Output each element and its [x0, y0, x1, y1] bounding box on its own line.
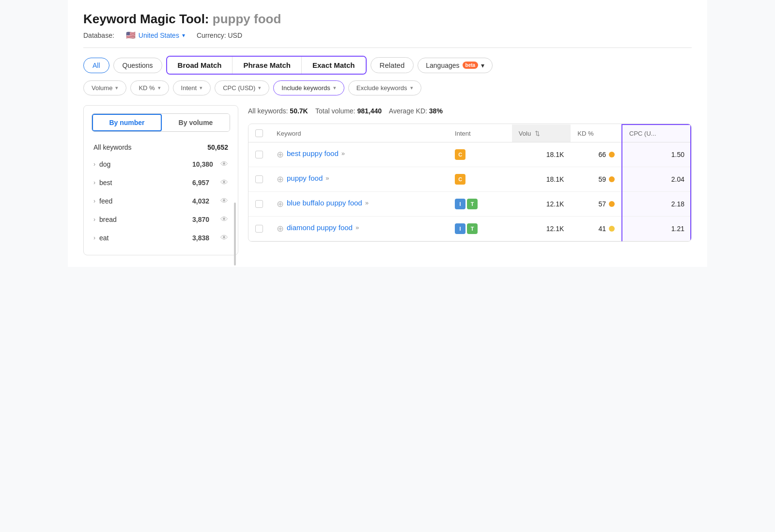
sidebar-item-dog[interactable]: › dog 10,380 👁 [84, 155, 238, 173]
sidebar-items-list: › dog 10,380 👁 › best 6,957 👁 › feed 4,0… [84, 155, 238, 247]
include-keywords-filter[interactable]: Include keywords ▾ [273, 80, 344, 95]
cpc-cell: 2.04 [622, 167, 691, 192]
chevron-down-icon: ▾ [182, 32, 185, 39]
col-kd-label: KD % [577, 130, 593, 137]
kd-cell: 41 [571, 217, 622, 241]
scrollbar[interactable] [234, 203, 236, 266]
sidebar-count-best: 6,957 [192, 179, 217, 187]
col-checkbox-header [248, 125, 270, 142]
keyword-link[interactable]: best puppy food [287, 149, 339, 157]
col-keyword-header: Keyword [270, 125, 448, 142]
languages-label: Languages [426, 62, 459, 69]
tab-broad-match[interactable]: Broad Match [167, 57, 233, 74]
main-content: By number By volume All keywords 50,652 … [83, 105, 692, 255]
kd-value: 66 [598, 151, 606, 158]
filters-row: Volume ▾ KD % ▾ Intent ▾ CPC (USD) ▾ Inc… [83, 80, 692, 95]
table-row: ⊕ puppy food » C18.1K 59 2.04 [248, 167, 691, 192]
intent-badge-t: T [467, 199, 478, 209]
exclude-keywords-filter[interactable]: Exclude keywords ▾ [348, 80, 421, 95]
col-volume-header[interactable]: Volu ⇅ [512, 125, 571, 142]
tab-questions[interactable]: Questions [113, 58, 162, 73]
tab-all[interactable]: All [83, 58, 109, 73]
cpc-cell: 1.21 [622, 217, 691, 241]
sidebar-item-eat[interactable]: › eat 3,838 👁 [84, 229, 238, 247]
toggle-by-volume[interactable]: By volume [162, 114, 230, 131]
intent-cell: C [448, 142, 512, 167]
col-cpc-header: CPC (U... [622, 125, 691, 142]
row-checkbox[interactable] [255, 151, 263, 158]
volume-cell: 12.1K [512, 217, 571, 241]
table-row: ⊕ diamond puppy food » IT12.1K 41 1.21 [248, 217, 691, 241]
keyword-link[interactable]: blue buffalo puppy food [287, 199, 362, 207]
cpc-cell: 2.18 [622, 192, 691, 217]
select-all-checkbox[interactable] [255, 129, 263, 137]
row-checkbox-cell [248, 192, 270, 217]
keyword-table-wrapper: Keyword Intent Volu ⇅ KD % [248, 124, 692, 242]
eye-icon[interactable]: 👁 [220, 215, 228, 224]
sidebar-keyword-dog: dog [99, 160, 188, 168]
row-checkbox[interactable] [255, 200, 263, 208]
add-keyword-icon[interactable]: ⊕ [277, 149, 284, 160]
chevron-right-icon: › [93, 198, 95, 204]
col-intent-header: Intent [448, 125, 512, 142]
eye-icon[interactable]: 👁 [220, 197, 228, 205]
col-intent-label: Intent [455, 130, 471, 137]
page-title: Keyword Magic Tool: puppy food [83, 12, 692, 27]
sidebar-item-best[interactable]: › best 6,957 👁 [84, 173, 238, 192]
all-keywords-sidebar-count: 50,652 [207, 143, 228, 151]
row-checkbox[interactable] [255, 225, 263, 233]
cpc-cell: 1.50 [622, 142, 691, 167]
intent-badge-c: C [455, 149, 465, 160]
row-checkbox-cell [248, 217, 270, 241]
row-checkbox-cell [248, 142, 270, 167]
col-keyword-label: Keyword [277, 130, 301, 137]
kd-dot-icon [609, 226, 615, 232]
sidebar-keyword-feed: feed [99, 197, 188, 205]
keyword-cell: ⊕ best puppy food » [270, 142, 448, 167]
chevron-right-icon: › [93, 161, 95, 168]
sidebar-keyword-eat: eat [99, 234, 188, 242]
tab-phrase-match[interactable]: Phrase Match [232, 57, 302, 74]
intent-badge-c: C [455, 174, 465, 185]
keyword-cell: ⊕ blue buffalo puppy food » [270, 192, 448, 217]
add-keyword-icon[interactable]: ⊕ [277, 174, 284, 185]
sidebar-item-feed[interactable]: › feed 4,032 👁 [84, 192, 238, 210]
cpc-filter[interactable]: CPC (USD) ▾ [215, 80, 269, 95]
eye-icon[interactable]: 👁 [220, 160, 228, 169]
row-checkbox[interactable] [255, 175, 263, 183]
kd-value: 59 [598, 175, 606, 183]
tab-group-match: Broad Match Phrase Match Exact Match [166, 56, 367, 75]
tab-exact-match[interactable]: Exact Match [302, 57, 366, 74]
chevron-down-icon: ▾ [258, 85, 261, 91]
row-checkbox-cell [248, 167, 270, 192]
volume-filter[interactable]: Volume ▾ [83, 80, 126, 95]
tab-related[interactable]: Related [371, 57, 414, 73]
add-keyword-icon[interactable]: ⊕ [277, 199, 284, 209]
eye-icon[interactable]: 👁 [220, 234, 228, 242]
keyword-arrows-icon: » [341, 150, 345, 157]
keyword-link[interactable]: puppy food [287, 174, 323, 182]
chevron-right-icon: › [93, 235, 95, 241]
flag-icon: 🇺🇸 [126, 31, 136, 40]
volume-cell: 18.1K [512, 167, 571, 192]
all-keywords-sidebar-label: All keywords [93, 143, 132, 151]
toggle-by-number[interactable]: By number [92, 114, 162, 131]
database-selector[interactable]: 🇺🇸 United States ▾ [126, 31, 185, 40]
chevron-down-icon: ▾ [115, 85, 118, 91]
kd-dot-icon [609, 152, 615, 157]
table-row: ⊕ blue buffalo puppy food » IT12.1K 57 2… [248, 192, 691, 217]
keyword-table: Keyword Intent Volu ⇅ KD % [248, 124, 691, 241]
cpc-label: CPC (USD) [223, 84, 255, 92]
database-label: Database: [83, 31, 114, 39]
languages-button[interactable]: Languages beta ▾ [418, 58, 493, 73]
all-keywords-label: All keywords: [248, 107, 288, 115]
eye-icon[interactable]: 👁 [220, 178, 228, 187]
add-keyword-icon[interactable]: ⊕ [277, 223, 284, 234]
sidebar-count-bread: 3,870 [192, 216, 217, 223]
keyword-link[interactable]: diamond puppy food [287, 223, 353, 232]
page-header: Keyword Magic Tool: puppy food Database:… [83, 12, 692, 40]
sidebar-item-bread[interactable]: › bread 3,870 👁 [84, 210, 238, 229]
kd-filter[interactable]: KD % ▾ [130, 80, 169, 95]
intent-filter[interactable]: Intent ▾ [173, 80, 211, 95]
sidebar-toggle: By number By volume [92, 113, 230, 132]
